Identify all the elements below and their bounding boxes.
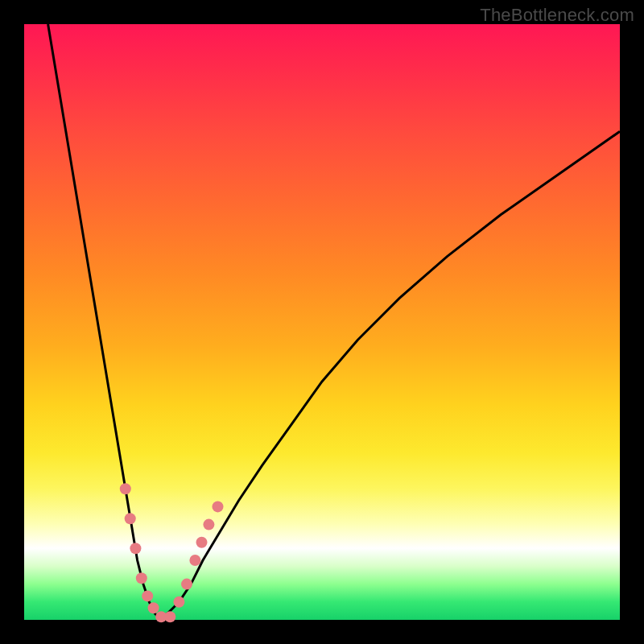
marker-dot bbox=[125, 513, 136, 524]
left-branch-curve bbox=[48, 24, 162, 620]
marker-dot bbox=[136, 572, 147, 584]
marker-dot bbox=[181, 579, 192, 590]
right-branch-curve bbox=[161, 131, 620, 620]
marker-dot bbox=[173, 597, 184, 608]
attribution-label: TheBottleneck.com bbox=[480, 5, 634, 26]
curve-layer bbox=[24, 24, 620, 620]
marker-dot bbox=[213, 501, 224, 512]
marker-dot bbox=[164, 611, 175, 622]
marker-dot bbox=[130, 543, 141, 554]
marker-dot bbox=[189, 555, 200, 566]
chart-frame: TheBottleneck.com bbox=[0, 0, 644, 644]
marker-dot bbox=[142, 590, 153, 601]
marker-dot bbox=[148, 602, 159, 613]
marker-dot bbox=[203, 519, 214, 530]
marker-dot bbox=[196, 537, 208, 548]
marker-dot bbox=[120, 483, 131, 494]
plot-area bbox=[24, 24, 620, 620]
